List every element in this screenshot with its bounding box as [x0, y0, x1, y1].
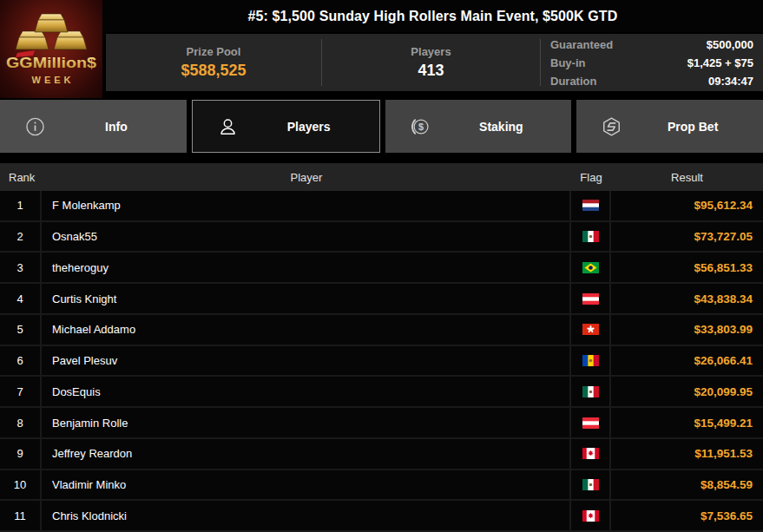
flag-netherlands-icon: [571, 191, 611, 220]
player-name: theheroguy: [42, 253, 571, 282]
table-row[interactable]: 6Pavel Plesuv$26,066.41: [0, 346, 763, 378]
player-name: Michael Addamo: [42, 315, 571, 345]
flag-mexico-icon: [571, 377, 611, 406]
player-name: Osnak55: [42, 222, 571, 252]
table-row[interactable]: 5Michael Addamo$33,803.99: [0, 315, 763, 346]
info-icon: [24, 115, 46, 137]
rank-cell: 4: [0, 284, 42, 313]
tab-label: Prop Bet: [622, 120, 763, 134]
player-name: Benjamin Rolle: [42, 408, 571, 437]
result-amount: $43,838.34: [611, 284, 763, 313]
tab-players[interactable]: Players: [192, 100, 380, 153]
rank-cell: 5: [0, 315, 42, 345]
players-count: 413: [418, 62, 444, 80]
result-amount: $95,612.34: [611, 191, 763, 220]
buyin-label: Buy-in: [550, 56, 585, 69]
tab-info[interactable]: Info: [0, 100, 187, 153]
tab-label: Staking: [431, 120, 572, 134]
duration-value: 09:34:47: [708, 75, 753, 88]
svg-text:WEEK: WEEK: [32, 75, 75, 85]
tab-label: Players: [239, 120, 379, 134]
gold-bars-graphic: GGMillion$ WEEK: [0, 0, 102, 98]
result-amount: $20,099.95: [611, 377, 763, 406]
flag-austria-icon: [571, 284, 611, 313]
column-header-result: Result: [611, 171, 763, 184]
result-amount: $26,066.41: [611, 346, 763, 376]
guaranteed-value: $500,000: [707, 38, 753, 51]
svg-text:$: $: [418, 121, 423, 131]
players-icon: [217, 115, 239, 137]
table-row[interactable]: 2Osnak55$73,727.05: [0, 222, 763, 253]
prize-pool-value: $588,525: [181, 62, 246, 80]
rank-cell: 11: [0, 501, 42, 530]
tab-staking[interactable]: $ Staking: [385, 100, 572, 153]
flag-hong-kong-icon: [571, 315, 611, 345]
rank-cell: 2: [0, 222, 42, 252]
header-main: #5: $1,500 Sunday High Rollers Main Even…: [102, 0, 763, 98]
guaranteed-label: Guaranteed: [550, 38, 613, 51]
prize-pool-stat: Prize Pool $588,525: [106, 34, 321, 91]
table-header: Rank Player Flag Result: [0, 163, 763, 191]
flag-brazil-icon: [571, 253, 611, 282]
table-body: 1F Molenkamp$95,612.342Osnak55$73,727.05…: [0, 191, 763, 532]
prop-bet-icon: [601, 115, 622, 137]
table-row[interactable]: 9Jeffrey Reardon$11,951.53: [0, 439, 763, 470]
column-header-player: Player: [42, 171, 571, 184]
player-name: F Molenkamp: [42, 191, 571, 220]
flag-canada-icon: [571, 439, 611, 469]
tab-prop-bet[interactable]: Prop Bet: [576, 100, 763, 153]
result-amount: $33,803.99: [611, 315, 763, 345]
player-name: Curtis Knight: [42, 284, 571, 313]
tab-label: Info: [46, 120, 187, 134]
flag-canada-icon: [571, 501, 611, 530]
title-bar: #5: $1,500 Sunday High Rollers Main Even…: [102, 0, 763, 32]
duration-label: Duration: [550, 75, 596, 88]
buyin-row: Buy-in $1,425 + $75: [550, 56, 753, 69]
prize-pool-label: Prize Pool: [187, 45, 241, 58]
tournament-details: Guaranteed $500,000 Buy-in $1,425 + $75 …: [541, 34, 763, 91]
guaranteed-row: Guaranteed $500,000: [550, 38, 753, 51]
column-header-rank: Rank: [0, 171, 42, 184]
tournament-header: GGMillion$ WEEK #5: $1,500 Sunday High R…: [0, 0, 763, 98]
column-header-flag: Flag: [571, 171, 611, 184]
result-amount: $11,951.53: [611, 439, 763, 469]
table-row[interactable]: 10Vladimir Minko$8,854.59: [0, 470, 763, 502]
stats-bar: Prize Pool $588,525 Players 413 Guarante…: [106, 34, 763, 91]
flag-austria-icon: [571, 408, 611, 437]
flag-mexico-icon: [571, 222, 611, 252]
rank-cell: 6: [0, 346, 42, 376]
table-row[interactable]: 3theheroguy$56,851.33: [0, 253, 763, 284]
table-row[interactable]: 11Chris Klodnicki$7,536.65: [0, 501, 763, 532]
result-amount: $15,499.21: [611, 408, 763, 437]
tournament-lobby: GGMillion$ WEEK #5: $1,500 Sunday High R…: [0, 0, 763, 532]
rank-cell: 7: [0, 377, 42, 406]
result-amount: $56,851.33: [611, 253, 763, 282]
players-label: Players: [411, 45, 451, 58]
svg-text:GGMillion$: GGMillion$: [6, 56, 96, 70]
player-name: Chris Klodnicki: [42, 501, 571, 530]
rank-cell: 3: [0, 253, 42, 282]
player-name: Jeffrey Reardon: [42, 439, 571, 469]
rank-cell: 10: [0, 470, 42, 500]
result-amount: $8,854.59: [611, 470, 763, 500]
duration-row: Duration 09:34:47: [550, 75, 753, 88]
rank-cell: 1: [0, 191, 42, 220]
rank-cell: 9: [0, 439, 42, 469]
player-name: Pavel Plesuv: [42, 346, 571, 376]
player-name: Vladimir Minko: [42, 470, 571, 500]
rank-cell: 8: [0, 408, 42, 437]
result-amount: $7,536.65: [611, 501, 763, 530]
flag-moldova-icon: [571, 346, 611, 376]
table-row[interactable]: 4Curtis Knight$43,838.34: [0, 284, 763, 315]
table-row[interactable]: 7DosEquis$20,099.95: [0, 377, 763, 408]
gg-millions-week-logo: GGMillion$ WEEK: [0, 0, 102, 98]
result-amount: $73,727.05: [611, 222, 763, 252]
table-row[interactable]: 1F Molenkamp$95,612.34: [0, 191, 763, 222]
tournament-title: #5: $1,500 Sunday High Rollers Main Even…: [248, 9, 618, 24]
players-stat: Players 413: [322, 34, 540, 91]
staking-icon: $: [410, 115, 431, 137]
tab-bar: Info Players $ Staking: [0, 100, 763, 153]
table-row[interactable]: 8Benjamin Rolle$15,499.21: [0, 408, 763, 439]
buyin-value: $1,425 + $75: [687, 56, 753, 69]
flag-mexico-icon: [571, 470, 611, 500]
